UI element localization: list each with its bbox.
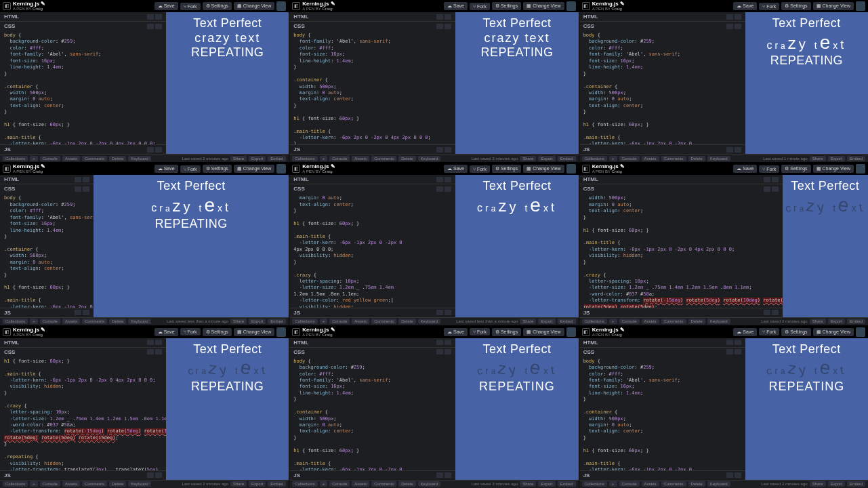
bottombar-item[interactable]: Assets — [62, 319, 80, 324]
panel-header-js[interactable]: JS — [0, 308, 94, 317]
chevron-down-icon[interactable] — [155, 349, 162, 354]
bottombar-item[interactable]: Collections — [582, 156, 607, 161]
bottombar-item[interactable]: + — [320, 156, 328, 161]
chevron-down-icon[interactable] — [445, 186, 451, 192]
bottombar-item[interactable]: Collections — [3, 481, 28, 487]
avatar[interactable] — [856, 327, 865, 337]
gear-icon[interactable] — [436, 349, 443, 354]
chevron-down-icon[interactable] — [735, 340, 741, 345]
chevron-down-icon[interactable] — [445, 349, 451, 354]
chevron-down-icon[interactable] — [83, 186, 89, 192]
chevron-down-icon[interactable] — [445, 340, 451, 345]
bottombar-item[interactable]: + — [609, 319, 617, 324]
change-view-button[interactable]: ▦ Change View — [523, 165, 564, 173]
change-view-button[interactable]: ▦ Change View — [813, 328, 854, 336]
bottombar-item[interactable]: Keyboard — [418, 481, 441, 487]
bottombar-item[interactable]: Comments — [371, 319, 396, 324]
bottombar-item[interactable]: Delete — [688, 156, 705, 161]
bottombar-item[interactable]: Keyboard — [128, 319, 151, 324]
fork-button[interactable]: ⑂ Fork — [470, 3, 490, 10]
save-button[interactable]: ☁ Save — [154, 165, 178, 173]
pen-title[interactable]: Kerning.js ✎ — [592, 1, 732, 7]
panel-header-js[interactable]: JS — [289, 308, 455, 317]
css-editor[interactable]: body { background-color: #259; color: #f… — [579, 30, 745, 144]
bottombar-item[interactable]: Comments — [661, 481, 686, 487]
bottombar-item[interactable]: Delete — [109, 319, 126, 324]
gear-icon[interactable] — [147, 24, 154, 29]
avatar[interactable] — [276, 1, 286, 11]
css-editor[interactable]: h1 { font-size: 60px; } .main-title { -l… — [0, 357, 166, 470]
bottombar-item[interactable]: Export — [828, 481, 845, 487]
gear-icon[interactable] — [764, 186, 770, 192]
panel-header-html[interactable]: HTML — [579, 12, 745, 21]
bottombar-item[interactable]: Console — [619, 156, 640, 161]
bottombar-item[interactable]: Console — [329, 481, 350, 487]
gear-icon[interactable] — [436, 14, 443, 20]
panel-header-js[interactable]: JS — [579, 308, 783, 317]
avatar[interactable] — [856, 164, 865, 174]
codepen-logo-icon[interactable]: ◧ — [3, 328, 11, 336]
panel-header-html[interactable]: HTML — [0, 338, 166, 347]
codepen-logo-icon[interactable]: ◧ — [292, 328, 300, 336]
gear-icon[interactable] — [147, 147, 154, 152]
save-button[interactable]: ☁ Save — [154, 2, 178, 10]
pen-title[interactable]: Kerning.js ✎ — [13, 1, 152, 7]
codepen-logo-icon[interactable]: ◧ — [582, 165, 590, 173]
panel-header-js[interactable]: JS — [289, 144, 455, 154]
bottombar-item[interactable]: Assets — [642, 481, 659, 487]
bottombar-item[interactable]: Share — [520, 481, 536, 487]
change-view-button[interactable]: ▦ Change View — [813, 165, 854, 173]
chevron-down-icon[interactable] — [735, 14, 741, 20]
bottombar-item[interactable]: Console — [40, 319, 60, 324]
css-editor[interactable]: margin: 0 auto; text-align: center; } h1… — [289, 193, 455, 307]
bottombar-item[interactable]: Embed — [847, 481, 865, 487]
panel-header-html[interactable]: HTML — [289, 338, 455, 347]
bottombar-item[interactable]: Assets — [352, 481, 369, 487]
bottombar-item[interactable]: Embed — [558, 156, 576, 161]
avatar[interactable] — [276, 164, 286, 174]
avatar[interactable] — [566, 327, 576, 337]
panel-header-css[interactable]: CSS — [289, 347, 455, 357]
panel-header-html[interactable]: HTML — [579, 175, 783, 184]
pen-title[interactable]: Kerning.js ✎ — [13, 164, 152, 169]
change-view-button[interactable]: ▦ Change View — [234, 328, 274, 336]
bottombar-item[interactable]: Export — [249, 481, 266, 487]
fork-button[interactable]: ⑂ Fork — [759, 165, 779, 173]
codepen-logo-icon[interactable]: ◧ — [582, 328, 590, 336]
bottombar-item[interactable]: Export — [828, 319, 845, 324]
codepen-logo-icon[interactable]: ◧ — [3, 165, 11, 173]
bottombar-item[interactable]: Share — [230, 156, 247, 161]
bottombar-item[interactable]: Console — [40, 481, 60, 487]
bottombar-item[interactable]: + — [320, 319, 328, 324]
avatar[interactable] — [856, 1, 865, 11]
gear-icon[interactable] — [436, 186, 443, 192]
panel-header-css[interactable]: CSS — [0, 21, 166, 30]
chevron-down-icon[interactable] — [445, 14, 451, 20]
bottombar-item[interactable]: Console — [619, 481, 640, 487]
bottombar-item[interactable]: Comments — [661, 156, 686, 161]
codepen-logo-icon[interactable]: ◧ — [582, 2, 590, 10]
fork-button[interactable]: ⑂ Fork — [180, 3, 201, 10]
bottombar-item[interactable]: Embed — [558, 481, 576, 487]
panel-header-css[interactable]: CSS — [579, 21, 745, 30]
bottombar-item[interactable]: Console — [329, 156, 350, 161]
settings-button[interactable]: ⚙ Settings — [781, 2, 810, 10]
settings-button[interactable]: ⚙ Settings — [781, 328, 810, 336]
pen-title[interactable]: Kerning.js ✎ — [592, 327, 732, 333]
gear-icon[interactable] — [436, 147, 443, 152]
bottombar-item[interactable]: Export — [828, 156, 845, 161]
bottombar-item[interactable]: Delete — [688, 481, 705, 487]
bottombar-item[interactable]: Share — [230, 481, 247, 487]
chevron-down-icon[interactable] — [155, 472, 162, 478]
css-editor[interactable]: body { background-color: #259; color: #f… — [289, 357, 455, 470]
bottombar-item[interactable]: Console — [329, 319, 350, 324]
gear-icon[interactable] — [726, 349, 733, 354]
settings-button[interactable]: ⚙ Settings — [492, 2, 521, 10]
chevron-down-icon[interactable] — [735, 472, 741, 478]
bottombar-item[interactable]: Share — [520, 319, 536, 324]
bottombar-item[interactable]: Keyboard — [707, 156, 730, 161]
fork-button[interactable]: ⑂ Fork — [180, 328, 201, 336]
bottombar-item[interactable]: Collections — [3, 319, 28, 324]
avatar[interactable] — [566, 164, 576, 174]
fork-button[interactable]: ⑂ Fork — [759, 3, 779, 10]
